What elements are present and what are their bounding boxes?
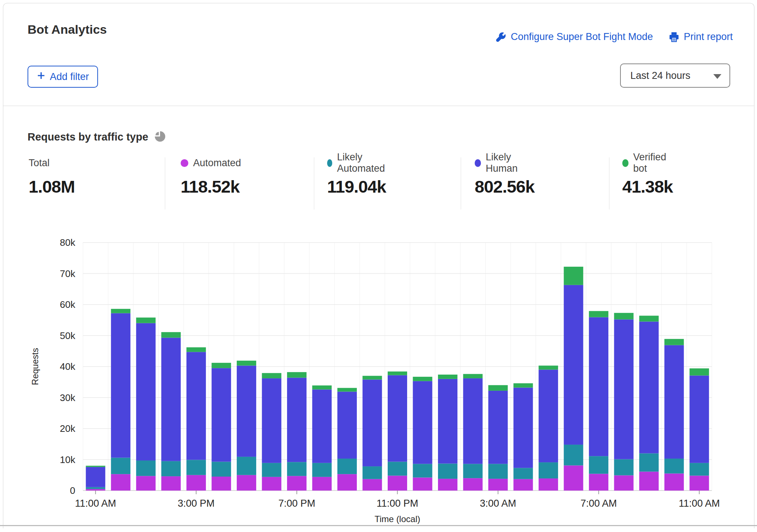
bar-segment-likely-human[interactable] xyxy=(463,378,483,464)
configure-super-bot-fight-mode-link[interactable]: Configure Super Bot Fight Mode xyxy=(496,31,653,43)
bar-segment-verified-bot[interactable] xyxy=(186,347,206,352)
bar-segment-likely-human[interactable] xyxy=(362,379,382,466)
bar-segment-automated[interactable] xyxy=(312,477,332,491)
bar-segment-likely-human[interactable] xyxy=(589,317,608,456)
bar-segment-likely-automated[interactable] xyxy=(312,463,332,477)
bar-segment-verified-bot[interactable] xyxy=(589,311,608,317)
bar-segment-likely-human[interactable] xyxy=(161,338,181,461)
bar-segment-automated[interactable] xyxy=(514,479,533,491)
bar-segment-likely-human[interactable] xyxy=(413,381,432,464)
bar-segment-likely-human[interactable] xyxy=(614,320,634,459)
bar-segment-verified-bot[interactable] xyxy=(463,374,483,378)
bar-segment-automated[interactable] xyxy=(539,478,558,491)
print-report-link[interactable]: Print report xyxy=(669,31,733,43)
bar-segment-likely-automated[interactable] xyxy=(337,459,357,474)
bar-segment-likely-automated[interactable] xyxy=(86,487,105,489)
bar-segment-verified-bot[interactable] xyxy=(438,375,457,379)
bar-segment-verified-bot[interactable] xyxy=(639,316,659,321)
bar-segment-likely-automated[interactable] xyxy=(287,462,307,476)
bar-segment-likely-human[interactable] xyxy=(639,321,659,453)
bar-segment-likely-human[interactable] xyxy=(564,285,583,445)
bar-segment-automated[interactable] xyxy=(564,466,583,491)
bar-segment-likely-human[interactable] xyxy=(438,379,457,464)
bar-segment-automated[interactable] xyxy=(287,476,307,491)
bar-segment-automated[interactable] xyxy=(463,478,483,491)
bar-segment-verified-bot[interactable] xyxy=(388,372,407,375)
bar-segment-verified-bot[interactable] xyxy=(262,373,281,378)
bar-segment-likely-automated[interactable] xyxy=(614,459,634,475)
bar-segment-likely-human[interactable] xyxy=(488,391,508,464)
bar-segment-likely-automated[interactable] xyxy=(564,445,583,466)
bar-segment-likely-human[interactable] xyxy=(689,376,709,463)
bar-segment-verified-bot[interactable] xyxy=(488,385,508,391)
bar-segment-likely-automated[interactable] xyxy=(111,458,130,474)
bar-segment-automated[interactable] xyxy=(161,476,181,491)
bar-segment-likely-automated[interactable] xyxy=(262,463,281,477)
bar-segment-likely-automated[interactable] xyxy=(237,457,256,475)
add-filter-button[interactable]: Add filter xyxy=(28,66,98,88)
bar-segment-verified-bot[interactable] xyxy=(111,309,130,313)
bar-segment-likely-automated[interactable] xyxy=(639,453,659,472)
bar-segment-verified-bot[interactable] xyxy=(161,332,181,338)
bar-segment-likely-automated[interactable] xyxy=(161,461,181,476)
bar-segment-automated[interactable] xyxy=(136,476,156,491)
bar-segment-likely-human[interactable] xyxy=(514,387,533,468)
bar-segment-verified-bot[interactable] xyxy=(564,267,583,285)
bar-segment-verified-bot[interactable] xyxy=(413,377,432,381)
bar-segment-verified-bot[interactable] xyxy=(287,372,307,378)
bar-segment-automated[interactable] xyxy=(211,477,231,491)
bar-segment-likely-automated[interactable] xyxy=(413,464,432,477)
bar-segment-likely-human[interactable] xyxy=(186,352,206,460)
bar-segment-likely-automated[interactable] xyxy=(186,460,206,475)
bar-segment-likely-automated[interactable] xyxy=(136,460,156,476)
bar-segment-likely-human[interactable] xyxy=(312,390,332,463)
bar-segment-likely-human[interactable] xyxy=(86,467,105,487)
bar-segment-automated[interactable] xyxy=(589,474,608,491)
bar-segment-likely-human[interactable] xyxy=(136,323,156,460)
bar-segment-automated[interactable] xyxy=(388,475,407,491)
bar-segment-verified-bot[interactable] xyxy=(514,383,533,388)
bar-segment-likely-human[interactable] xyxy=(111,313,130,458)
bar-segment-verified-bot[interactable] xyxy=(614,313,634,320)
bar-segment-automated[interactable] xyxy=(186,475,206,491)
bar-segment-likely-automated[interactable] xyxy=(388,462,407,475)
bar-segment-verified-bot[interactable] xyxy=(136,317,156,323)
bar-segment-automated[interactable] xyxy=(488,479,508,491)
bar-segment-automated[interactable] xyxy=(86,489,105,491)
bar-segment-automated[interactable] xyxy=(689,475,709,491)
bar-segment-likely-automated[interactable] xyxy=(514,468,533,479)
bar-segment-likely-automated[interactable] xyxy=(664,459,684,474)
requests-stacked-bar-chart[interactable]: 010k20k30k40k50k60k70k80k11:00 AM3:00 PM… xyxy=(3,223,757,532)
bar-segment-likely-automated[interactable] xyxy=(488,464,508,479)
bar-segment-likely-automated[interactable] xyxy=(689,463,709,476)
bar-segment-automated[interactable] xyxy=(664,474,684,491)
bar-segment-automated[interactable] xyxy=(262,477,281,491)
bar-segment-automated[interactable] xyxy=(438,479,457,491)
bar-segment-likely-human[interactable] xyxy=(262,378,281,463)
bar-segment-automated[interactable] xyxy=(413,478,432,491)
bar-segment-likely-human[interactable] xyxy=(664,345,684,459)
bar-segment-automated[interactable] xyxy=(111,474,130,491)
bar-segment-likely-human[interactable] xyxy=(388,375,407,462)
bar-segment-automated[interactable] xyxy=(639,471,659,491)
bar-segment-likely-human[interactable] xyxy=(287,378,307,462)
bar-segment-verified-bot[interactable] xyxy=(312,386,332,390)
time-range-select[interactable]: Last 24 hours xyxy=(620,63,730,88)
bar-segment-verified-bot[interactable] xyxy=(539,365,558,369)
bar-segment-verified-bot[interactable] xyxy=(664,339,684,345)
bar-segment-likely-automated[interactable] xyxy=(463,464,483,478)
bar-segment-automated[interactable] xyxy=(237,475,256,491)
bar-segment-automated[interactable] xyxy=(614,475,634,491)
bar-segment-likely-automated[interactable] xyxy=(211,462,231,477)
bar-segment-verified-bot[interactable] xyxy=(689,368,709,375)
bar-segment-verified-bot[interactable] xyxy=(86,466,105,467)
bar-segment-likely-automated[interactable] xyxy=(539,462,558,478)
bar-segment-verified-bot[interactable] xyxy=(237,361,256,366)
bar-segment-likely-human[interactable] xyxy=(539,369,558,462)
bar-segment-verified-bot[interactable] xyxy=(211,363,231,368)
bar-segment-likely-human[interactable] xyxy=(237,365,256,456)
bar-segment-likely-automated[interactable] xyxy=(589,456,608,474)
bar-segment-verified-bot[interactable] xyxy=(362,376,382,379)
bar-segment-likely-human[interactable] xyxy=(337,391,357,459)
bar-segment-automated[interactable] xyxy=(337,474,357,491)
